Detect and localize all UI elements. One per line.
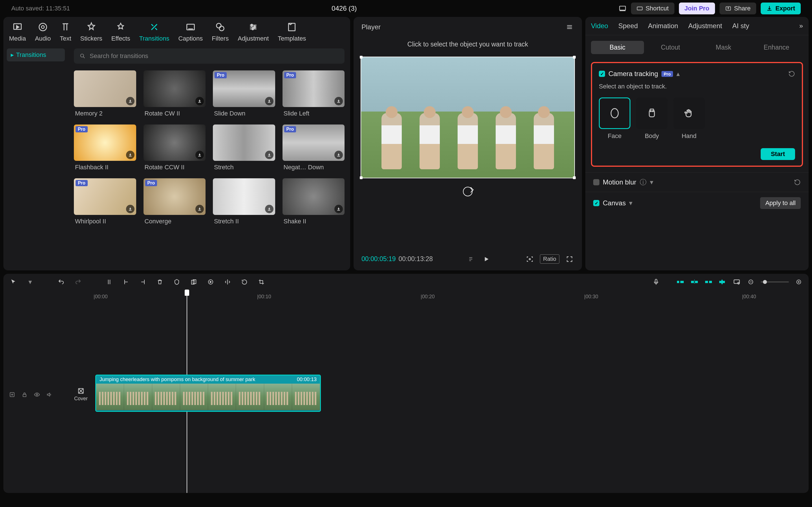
tool-tab-templates[interactable]: Templates: [278, 21, 306, 42]
transition-thumb[interactable]: ProConverge: [144, 178, 206, 225]
mirror-icon[interactable]: [223, 278, 232, 286]
download-icon[interactable]: [265, 205, 273, 213]
download-icon[interactable]: [195, 97, 204, 105]
add-track-icon[interactable]: [9, 392, 16, 399]
download-icon[interactable]: [126, 97, 135, 105]
transition-thumb[interactable]: Memory 2: [74, 70, 136, 117]
right-tab-ai-sty[interactable]: AI sty: [732, 22, 749, 30]
more-icon[interactable]: »: [799, 22, 803, 30]
crop-icon[interactable]: [257, 278, 266, 286]
transition-thumb[interactable]: Rotate CCW II: [144, 124, 206, 171]
cover-button[interactable]: Cover: [71, 386, 91, 403]
track-opt-face[interactable]: Face: [599, 98, 630, 140]
search-input[interactable]: Search for transitions: [74, 48, 345, 64]
transition-thumb[interactable]: Stretch: [213, 124, 275, 171]
rotate-icon[interactable]: [240, 278, 249, 286]
timeline[interactable]: |00:00|00:10|00:20|00:30|00:40 Cover Jum…: [3, 290, 809, 493]
magnet-2-icon[interactable]: [690, 278, 699, 286]
chevron-down-icon[interactable]: ▾: [26, 278, 35, 286]
right-tab-video[interactable]: Video: [591, 22, 608, 30]
trim-right-icon[interactable]: [139, 278, 147, 286]
download-icon[interactable]: [335, 97, 343, 105]
reset-icon[interactable]: [794, 179, 801, 186]
tool-tab-effects[interactable]: Effects: [111, 21, 130, 42]
start-button[interactable]: Start: [761, 148, 795, 160]
pointer-icon[interactable]: [9, 278, 17, 286]
playlist-icon[interactable]: [467, 255, 476, 264]
download-icon[interactable]: [195, 151, 204, 159]
play-icon[interactable]: [482, 255, 491, 264]
right-tab-adjustment[interactable]: Adjustment: [688, 22, 722, 30]
delete-icon[interactable]: [156, 278, 164, 286]
tool-tab-filters[interactable]: Filters: [212, 21, 229, 42]
duplicate-icon[interactable]: [190, 278, 198, 286]
trim-left-icon[interactable]: [122, 278, 130, 286]
scan-icon[interactable]: [525, 255, 534, 264]
transition-thumb[interactable]: ProFlashback II: [74, 124, 136, 171]
marker-icon[interactable]: [172, 278, 181, 286]
canvas-checkbox[interactable]: ✓: [593, 200, 599, 206]
player-menu-icon[interactable]: [565, 22, 574, 32]
camera-tracking-checkbox[interactable]: ✓: [599, 71, 605, 77]
tool-tab-media[interactable]: Media: [9, 21, 26, 42]
right-tab-speed[interactable]: Speed: [618, 22, 638, 30]
download-icon[interactable]: [335, 151, 343, 159]
chevron-down-icon[interactable]: ▾: [650, 178, 653, 186]
motion-blur-checkbox[interactable]: [593, 179, 599, 185]
sub-tab-enhance[interactable]: Enhance: [750, 41, 803, 54]
download-icon[interactable]: [126, 205, 135, 213]
tool-tab-stickers[interactable]: Stickers: [80, 21, 102, 42]
tool-tab-transitions[interactable]: Transitions: [139, 21, 169, 42]
speed-icon[interactable]: [206, 278, 215, 286]
download-icon[interactable]: [265, 151, 273, 159]
redo-icon[interactable]: [74, 278, 82, 286]
video-canvas[interactable]: [361, 57, 575, 178]
transition-thumb[interactable]: ProWhirlpool II: [74, 178, 136, 225]
magnet-4-icon[interactable]: [718, 278, 727, 286]
chevron-up-icon[interactable]: ▴: [676, 70, 680, 78]
download-icon[interactable]: [265, 97, 273, 105]
download-icon[interactable]: [126, 151, 135, 159]
sub-tab-cutout[interactable]: Cutout: [644, 41, 697, 54]
transition-thumb[interactable]: ProNegat… Down: [283, 124, 345, 171]
rotate-icon[interactable]: [463, 187, 472, 196]
sidebar-transitions[interactable]: ▸ Transitions: [7, 48, 65, 61]
transition-thumb[interactable]: Shake II: [283, 178, 345, 225]
transition-thumb[interactable]: Stretch II: [213, 178, 275, 225]
undo-icon[interactable]: [57, 278, 65, 286]
chevron-down-icon[interactable]: ▾: [629, 199, 632, 207]
lock-icon[interactable]: [21, 392, 29, 399]
track-opt-hand[interactable]: Hand: [673, 98, 705, 140]
speaker-icon[interactable]: [46, 392, 54, 399]
apply-all-button[interactable]: Apply to all: [760, 197, 801, 209]
zoom-slider[interactable]: [761, 281, 789, 283]
right-tab-animation[interactable]: Animation: [648, 22, 678, 30]
shortcut-button[interactable]: Shortcut: [631, 3, 674, 14]
split-icon[interactable]: [105, 278, 113, 286]
export-button[interactable]: Export: [761, 3, 801, 14]
transition-thumb[interactable]: ProSlide Down: [213, 70, 275, 117]
eye-icon[interactable]: [34, 392, 41, 399]
reset-icon[interactable]: [788, 70, 795, 77]
tool-tab-captions[interactable]: Captions: [178, 21, 203, 42]
preview-icon[interactable]: [732, 278, 741, 286]
sub-tab-basic[interactable]: Basic: [591, 41, 644, 54]
join-pro-button[interactable]: Join Pro: [679, 3, 715, 14]
tool-tab-adjustment[interactable]: Adjustment: [238, 21, 269, 42]
track-opt-body[interactable]: Body: [636, 98, 668, 140]
video-clip[interactable]: Jumping cheerleaders with pompoms on bac…: [95, 375, 321, 412]
magnet-3-icon[interactable]: [704, 278, 713, 286]
info-icon[interactable]: ⓘ: [640, 178, 647, 187]
fullscreen-icon[interactable]: [565, 255, 574, 264]
zoom-out-icon[interactable]: [747, 278, 755, 286]
download-icon[interactable]: [335, 205, 343, 213]
transition-thumb[interactable]: ProSlide Left: [283, 70, 345, 117]
ratio-button[interactable]: Ratio: [540, 255, 559, 264]
sub-tab-mask[interactable]: Mask: [697, 41, 750, 54]
download-icon[interactable]: [195, 205, 204, 213]
magnet-1-icon[interactable]: [676, 278, 684, 286]
share-button[interactable]: Share: [719, 3, 756, 14]
tool-tab-audio[interactable]: Audio: [35, 21, 51, 42]
mic-icon[interactable]: [652, 278, 660, 286]
tool-tab-text[interactable]: Text: [60, 21, 71, 42]
